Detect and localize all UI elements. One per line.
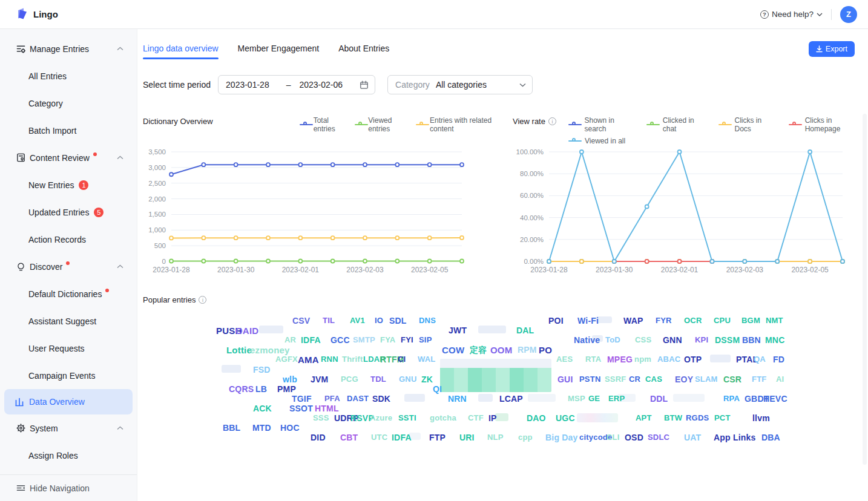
popular-entry[interactable]: OTP xyxy=(684,355,702,364)
sidebar-item-assistant-suggest[interactable]: Assistant Suggest xyxy=(0,307,137,335)
popular-entry[interactable]: CQRS xyxy=(229,384,254,394)
sidebar-item-assign-roles[interactable]: Assign Roles xyxy=(0,442,137,469)
popular-entry[interactable]: AMA xyxy=(298,355,319,365)
popular-entry[interactable]: AGFX xyxy=(275,355,298,364)
popular-entry[interactable]: DAO xyxy=(527,413,546,423)
popular-entry[interactable]: GE xyxy=(588,394,600,403)
popular-entry[interactable]: FYI xyxy=(401,335,413,344)
sidebar-item-new-entries[interactable]: New Entries 1 xyxy=(0,171,137,198)
legend-item[interactable]: Shown in search xyxy=(568,116,637,133)
sidebar-item-default-dictionaries[interactable]: Default Dictionaries xyxy=(0,280,137,307)
popular-entry[interactable]: FTF xyxy=(752,375,766,384)
popular-entry[interactable]: DNS xyxy=(419,316,436,325)
popular-entry[interactable]: OSD xyxy=(625,433,643,442)
popular-entry[interactable]: CTF xyxy=(468,413,484,422)
popular-entry[interactable]: FYR xyxy=(656,316,672,325)
sidebar-group-manage-entries[interactable]: Manage Entries xyxy=(0,35,137,62)
tab-member-engagement[interactable]: Member Engagement xyxy=(238,44,320,63)
popular-entry[interactable]: BBN xyxy=(742,335,761,345)
popular-entry[interactable]: HOC xyxy=(280,423,300,433)
popular-entry[interactable]: GNU xyxy=(399,375,417,384)
popular-entry[interactable]: BTW xyxy=(664,413,682,422)
sidebar-item-category[interactable]: Category xyxy=(0,90,137,117)
popular-entry[interactable]: UAT xyxy=(684,433,701,442)
popular-entry[interactable]: ACK xyxy=(253,404,272,413)
hide-navigation-button[interactable]: Hide Navigation xyxy=(0,474,137,501)
popular-entry[interactable]: HTML xyxy=(315,404,339,413)
popular-entry[interactable]: LCAP xyxy=(499,394,523,404)
sidebar-item-action-records[interactable]: Action Records xyxy=(0,226,137,253)
sidebar-item-batch-import[interactable]: Batch Import xyxy=(0,117,137,144)
legend-item[interactable]: Clicked in chat xyxy=(646,116,709,133)
popular-entry[interactable]: TDL xyxy=(370,375,386,384)
brand[interactable]: Lingo xyxy=(16,7,58,22)
popular-entry[interactable]: DBA xyxy=(761,433,780,442)
sidebar-item-campaign-events[interactable]: Campaign Events xyxy=(0,362,137,389)
legend-item[interactable]: Total entries xyxy=(300,116,345,133)
sidebar-item-data-overview[interactable]: Data Overview xyxy=(4,389,133,414)
popular-entry[interactable]: IDFA xyxy=(392,433,412,442)
popular-entry[interactable]: WAP xyxy=(623,316,643,326)
popular-entry[interactable]: JWT xyxy=(449,326,467,335)
popular-entry[interactable]: CI xyxy=(398,355,406,364)
popular-entry[interactable]: JVM xyxy=(311,375,328,384)
popular-entry[interactable]: FD xyxy=(773,355,784,364)
popular-entry[interactable]: MPEG xyxy=(607,355,633,364)
tab-lingo-data-overview[interactable]: Lingo data overview xyxy=(143,44,219,63)
popular-entry[interactable]: SMTP xyxy=(353,335,375,344)
popular-entry[interactable]: URI xyxy=(459,433,475,442)
popular-entry[interactable]: GCC xyxy=(330,335,350,345)
popular-entry[interactable]: PCT xyxy=(714,413,731,422)
popular-entry[interactable]: PO xyxy=(539,345,552,355)
popular-entry[interactable]: FSD xyxy=(253,365,271,375)
popular-entry[interactable]: GNN xyxy=(663,335,682,345)
popular-entry[interactable]: IDFA xyxy=(301,335,321,345)
popular-entry[interactable]: CSS xyxy=(635,335,651,344)
popular-entry[interactable]: ezmoney xyxy=(250,345,290,355)
popular-entry[interactable]: gotcha xyxy=(430,413,456,422)
popular-entry[interactable]: PMP xyxy=(277,384,296,394)
popular-entry[interactable]: SSS xyxy=(313,413,329,422)
popular-entry[interactable]: ZK xyxy=(421,375,433,384)
popular-entry[interactable]: RPM xyxy=(518,345,537,355)
popular-entry[interactable]: ToD xyxy=(605,335,620,344)
popular-entry[interactable]: llvm xyxy=(752,413,770,423)
popular-entry[interactable]: EOY xyxy=(675,375,693,384)
sidebar-group-system[interactable]: System xyxy=(0,414,137,442)
popular-entry[interactable]: DID xyxy=(311,433,326,442)
popular-entry[interactable]: TIL xyxy=(323,316,335,325)
sidebar-group-discover[interactable]: Discover xyxy=(0,253,137,280)
popular-entry[interactable]: npm xyxy=(634,355,651,364)
popular-entry[interactable]: SDL xyxy=(389,316,407,326)
popular-entry[interactable]: NMT xyxy=(766,316,783,325)
popular-entry[interactable]: LB xyxy=(255,384,267,394)
popular-entry[interactable]: SDLC xyxy=(648,433,669,442)
popular-entry[interactable]: AV1 xyxy=(350,316,365,325)
popular-entry[interactable]: RGDS xyxy=(686,413,709,422)
popular-entry[interactable]: MTD xyxy=(252,423,271,433)
popular-entry[interactable]: SLAM xyxy=(695,375,718,384)
popular-entry[interactable]: Lottie xyxy=(226,345,252,355)
popular-entry[interactable]: CAS xyxy=(645,375,662,384)
popular-entry[interactable]: CBT xyxy=(340,433,358,442)
popular-entry[interactable]: 定容 xyxy=(470,345,487,356)
popular-entry[interactable]: POI xyxy=(548,316,564,326)
need-help-menu[interactable]: ? Need help? xyxy=(760,10,823,19)
popular-entry[interactable]: SSOT xyxy=(289,404,313,413)
popular-entry[interactable]: wlb xyxy=(283,375,297,384)
popular-entry[interactable]: BGM xyxy=(741,316,760,325)
popular-entry[interactable]: RNN xyxy=(321,355,338,364)
popular-entry[interactable]: DSSM xyxy=(715,335,740,345)
popular-entry[interactable]: UTC xyxy=(371,433,387,442)
popular-entry[interactable]: MSP xyxy=(568,394,585,403)
popular-entry[interactable]: PFA xyxy=(324,394,340,403)
popular-entry[interactable]: MNC xyxy=(765,335,784,345)
popular-entry[interactable]: DDL xyxy=(650,394,668,404)
popular-entry[interactable]: OCR xyxy=(684,316,702,325)
popular-entry[interactable]: QA xyxy=(754,355,766,364)
popular-entry[interactable]: ABAC xyxy=(657,355,680,364)
popular-entry[interactable]: OOM xyxy=(490,345,512,355)
popular-entry[interactable]: COW xyxy=(442,345,464,355)
popular-entry[interactable]: CSR xyxy=(723,375,741,384)
legend-item[interactable]: Viewed entries xyxy=(355,116,407,133)
